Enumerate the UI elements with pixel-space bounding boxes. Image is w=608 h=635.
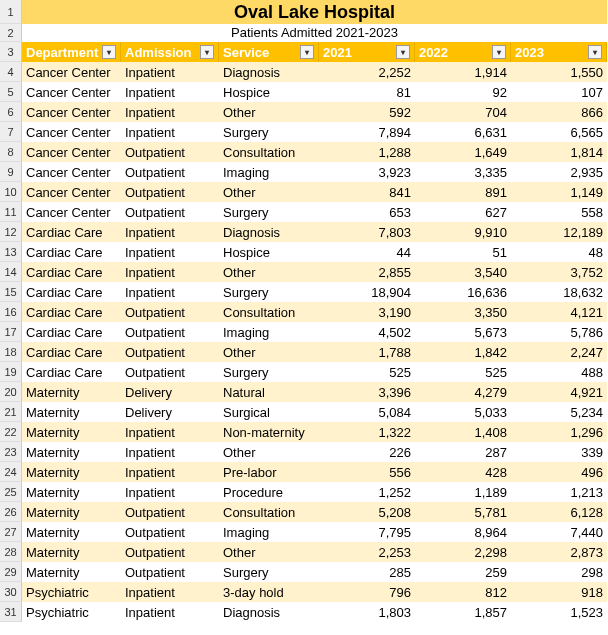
cell-y2022[interactable]: 4,279	[415, 382, 511, 402]
cell-y2022[interactable]: 1,408	[415, 422, 511, 442]
cell-y2021[interactable]: 285	[319, 562, 415, 582]
cell-department[interactable]: Maternity	[22, 422, 121, 442]
cell-y2021[interactable]: 796	[319, 582, 415, 602]
cell-service[interactable]: Diagnosis	[219, 62, 319, 82]
cell-y2022[interactable]: 1,914	[415, 62, 511, 82]
filter-dropdown-icon[interactable]: ▾	[300, 45, 314, 59]
cell-department[interactable]: Cardiac Care	[22, 242, 121, 262]
cell-y2023[interactable]: 339	[511, 442, 607, 462]
cell-y2021[interactable]: 4,502	[319, 322, 415, 342]
cell-admission[interactable]: Inpatient	[121, 262, 219, 282]
row-header[interactable]: 4	[0, 62, 22, 82]
cell-y2021[interactable]: 1,252	[319, 482, 415, 502]
cell-y2021[interactable]: 7,894	[319, 122, 415, 142]
cell-y2022[interactable]: 3,350	[415, 302, 511, 322]
cell-service[interactable]: Imaging	[219, 322, 319, 342]
row-header[interactable]: 16	[0, 302, 22, 322]
cell-admission[interactable]: Inpatient	[121, 222, 219, 242]
cell-service[interactable]: Imaging	[219, 162, 319, 182]
cell-y2022[interactable]: 1,189	[415, 482, 511, 502]
row-header[interactable]: 17	[0, 322, 22, 342]
column-header-admission[interactable]: Admission ▾	[121, 42, 219, 62]
cell-y2021[interactable]: 841	[319, 182, 415, 202]
cell-service[interactable]: Consultation	[219, 502, 319, 522]
column-header-2021[interactable]: 2021 ▾	[319, 42, 415, 62]
cell-y2021[interactable]: 7,803	[319, 222, 415, 242]
cell-y2021[interactable]: 1,288	[319, 142, 415, 162]
cell-y2022[interactable]: 92	[415, 82, 511, 102]
cell-admission[interactable]: Outpatient	[121, 562, 219, 582]
cell-service[interactable]: Other	[219, 342, 319, 362]
cell-department[interactable]: Cancer Center	[22, 142, 121, 162]
cell-y2022[interactable]: 9,910	[415, 222, 511, 242]
cell-y2022[interactable]: 1,842	[415, 342, 511, 362]
row-header[interactable]: 31	[0, 602, 22, 622]
cell-y2021[interactable]: 1,322	[319, 422, 415, 442]
cell-y2022[interactable]: 1,857	[415, 602, 511, 622]
cell-department[interactable]: Cardiac Care	[22, 262, 121, 282]
cell-department[interactable]: Cardiac Care	[22, 282, 121, 302]
cell-y2021[interactable]: 3,190	[319, 302, 415, 322]
row-header[interactable]: 22	[0, 422, 22, 442]
cell-y2023[interactable]: 558	[511, 202, 607, 222]
row-header[interactable]: 29	[0, 562, 22, 582]
cell-service[interactable]: Other	[219, 102, 319, 122]
cell-department[interactable]: Cancer Center	[22, 162, 121, 182]
cell-service[interactable]: Natural	[219, 382, 319, 402]
row-header[interactable]: 7	[0, 122, 22, 142]
cell-admission[interactable]: Inpatient	[121, 482, 219, 502]
filter-dropdown-icon[interactable]: ▾	[102, 45, 116, 59]
cell-department[interactable]: Cancer Center	[22, 82, 121, 102]
column-header-2023[interactable]: 2023 ▾	[511, 42, 607, 62]
cell-y2021[interactable]: 5,208	[319, 502, 415, 522]
cell-admission[interactable]: Outpatient	[121, 542, 219, 562]
cell-admission[interactable]: Outpatient	[121, 362, 219, 382]
row-header[interactable]: 21	[0, 402, 22, 422]
cell-admission[interactable]: Delivery	[121, 402, 219, 422]
cell-y2023[interactable]: 1,814	[511, 142, 607, 162]
cell-service[interactable]: Other	[219, 262, 319, 282]
cell-admission[interactable]: Outpatient	[121, 322, 219, 342]
cell-y2023[interactable]: 1,296	[511, 422, 607, 442]
cell-y2022[interactable]: 704	[415, 102, 511, 122]
cell-department[interactable]: Maternity	[22, 402, 121, 422]
cell-y2022[interactable]: 3,335	[415, 162, 511, 182]
cell-department[interactable]: Maternity	[22, 502, 121, 522]
cell-y2023[interactable]: 866	[511, 102, 607, 122]
filter-dropdown-icon[interactable]: ▾	[492, 45, 506, 59]
cell-service[interactable]: Diagnosis	[219, 602, 319, 622]
row-header[interactable]: 11	[0, 202, 22, 222]
cell-y2023[interactable]: 107	[511, 82, 607, 102]
cell-y2022[interactable]: 51	[415, 242, 511, 262]
cell-admission[interactable]: Inpatient	[121, 82, 219, 102]
cell-admission[interactable]: Outpatient	[121, 522, 219, 542]
cell-service[interactable]: Surgery	[219, 362, 319, 382]
cell-y2021[interactable]: 81	[319, 82, 415, 102]
cell-department[interactable]: Cardiac Care	[22, 342, 121, 362]
cell-y2021[interactable]: 2,253	[319, 542, 415, 562]
cell-y2021[interactable]: 1,803	[319, 602, 415, 622]
cell-y2021[interactable]: 226	[319, 442, 415, 462]
cell-y2023[interactable]: 4,121	[511, 302, 607, 322]
cell-admission[interactable]: Inpatient	[121, 602, 219, 622]
row-header[interactable]: 10	[0, 182, 22, 202]
cell-admission[interactable]: Outpatient	[121, 202, 219, 222]
row-header[interactable]: 5	[0, 82, 22, 102]
cell-y2022[interactable]: 5,673	[415, 322, 511, 342]
filter-dropdown-icon[interactable]: ▾	[396, 45, 410, 59]
cell-y2021[interactable]: 3,923	[319, 162, 415, 182]
cell-service[interactable]: Procedure	[219, 482, 319, 502]
row-header[interactable]: 24	[0, 462, 22, 482]
cell-y2023[interactable]: 1,523	[511, 602, 607, 622]
cell-admission[interactable]: Inpatient	[121, 282, 219, 302]
column-header-service[interactable]: Service ▾	[219, 42, 319, 62]
cell-y2021[interactable]: 556	[319, 462, 415, 482]
cell-admission[interactable]: Inpatient	[121, 242, 219, 262]
cell-admission[interactable]: Outpatient	[121, 502, 219, 522]
cell-y2022[interactable]: 1,649	[415, 142, 511, 162]
column-header-2022[interactable]: 2022 ▾	[415, 42, 511, 62]
cell-service[interactable]: Other	[219, 182, 319, 202]
cell-department[interactable]: Cancer Center	[22, 62, 121, 82]
cell-service[interactable]: Surgery	[219, 122, 319, 142]
row-header[interactable]: 20	[0, 382, 22, 402]
